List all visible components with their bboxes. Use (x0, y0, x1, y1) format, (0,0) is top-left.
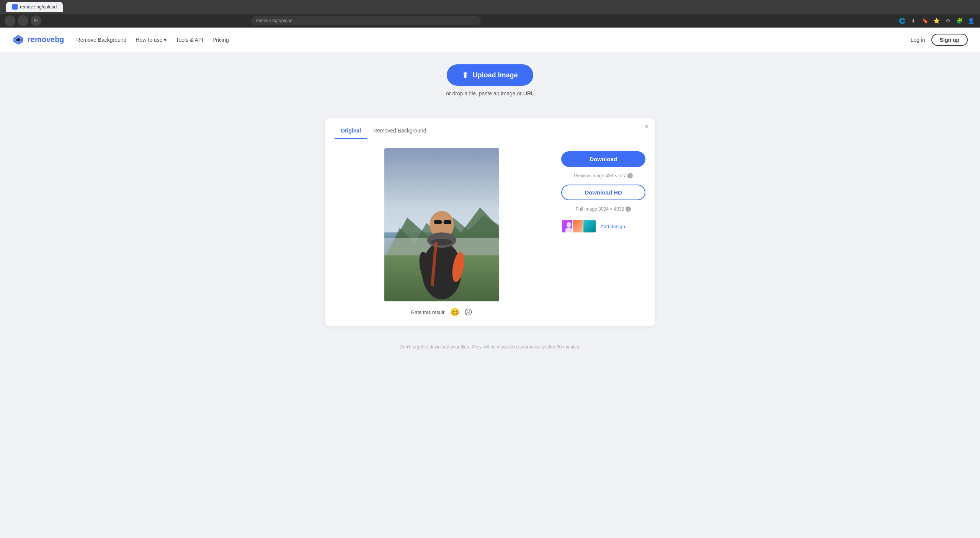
right-panel: Download Preview Image 433 × 577 i Downl… (561, 148, 645, 233)
back-button[interactable]: ← (5, 15, 15, 26)
tab-title: remove.bg/upload (20, 4, 57, 10)
extension-icon-5[interactable]: ⚙ (943, 16, 952, 25)
upload-hint: or drop a file, paste an image or URL (446, 90, 534, 96)
browser-tab-bar: remove.bg/upload (0, 0, 980, 14)
url-text: remove.bg/upload (256, 18, 292, 23)
extension-icon-6[interactable]: 🧩 (955, 16, 964, 25)
chevron-down-icon: ▾ (164, 37, 167, 43)
person-silhouette (409, 175, 474, 301)
upload-button-label: Upload Image (472, 71, 518, 79)
url-link[interactable]: URL (523, 90, 534, 96)
login-button[interactable]: Log in (911, 37, 925, 43)
svg-rect-8 (434, 220, 442, 224)
close-button[interactable]: × (644, 123, 648, 131)
signup-button[interactable]: Sign up (931, 34, 968, 46)
nav-actions: Log in Sign up (911, 34, 968, 46)
card-body: Rate this result: 😊 ☹ Download Preview I… (325, 139, 655, 326)
result-card: × Original Removed Background (325, 118, 655, 326)
happy-rating-button[interactable]: 😊 (450, 307, 460, 317)
logo-icon (12, 34, 24, 46)
download-hd-info-icon[interactable]: i (626, 206, 631, 212)
svg-point-16 (567, 222, 571, 227)
download-hd-button[interactable]: Download HD (561, 185, 645, 200)
rating-label: Rate this result: (411, 309, 446, 315)
svg-point-12 (431, 239, 452, 245)
svg-point-17 (565, 227, 573, 234)
main-navbar: removebg Remove Background How to use ▾ … (0, 28, 980, 52)
browser-address-bar-container: ← → ↻ remove.bg/upload 🌐 ⬇ 🔖 ⭐ ⚙ 🧩 👤 (0, 14, 980, 28)
download-button[interactable]: Download (561, 151, 645, 167)
rating-area: Rate this result: 😊 ☹ (411, 307, 472, 317)
download-info-icon[interactable]: i (627, 173, 633, 178)
upload-icon: ⬆ (462, 70, 469, 80)
result-tabs: Original Removed Background (325, 118, 655, 139)
forward-button[interactable]: → (18, 15, 28, 26)
footer-note: Don't forget to download your files. The… (0, 338, 980, 356)
main-content: × Original Removed Background (0, 106, 980, 338)
tab-favicon (12, 4, 18, 10)
active-tab[interactable]: remove.bg/upload (6, 2, 63, 12)
extension-icon-3[interactable]: 🔖 (920, 16, 929, 25)
design-thumbnails (561, 219, 596, 233)
preview-image (384, 148, 499, 301)
extension-icon-profile[interactable]: 👤 (966, 16, 975, 25)
nav-pricing[interactable]: Pricing (212, 37, 229, 43)
tab-removed-background[interactable]: Removed Background (367, 124, 433, 139)
download-hd-info: Full Image 3024 × 4032 i (561, 206, 645, 212)
upload-section: ⬆ Upload Image or drop a file, paste an … (0, 52, 980, 106)
tab-original[interactable]: Original (335, 124, 367, 139)
nav-links: Remove Background How to use ▾ Tools & A… (77, 37, 911, 43)
design-thumb-3 (583, 219, 596, 233)
add-design-link[interactable]: Add design (600, 224, 625, 229)
svg-rect-9 (444, 220, 451, 224)
add-design-area: Add design (561, 219, 645, 233)
download-preview-info: Preview Image 433 × 577 i (561, 173, 645, 178)
upload-image-button[interactable]: ⬆ Upload Image (447, 64, 533, 86)
image-area: Rate this result: 😊 ☹ (335, 148, 549, 317)
extension-icon-1[interactable]: 🌐 (897, 16, 906, 25)
sad-rating-button[interactable]: ☹ (464, 307, 472, 317)
browser-nav-controls: ← → ↻ (5, 15, 41, 26)
extension-icon-4[interactable]: ⭐ (932, 16, 941, 25)
nav-tools-api[interactable]: Tools & API (176, 37, 203, 43)
extension-icon-2[interactable]: ⬇ (909, 16, 918, 25)
logo[interactable]: removebg (12, 34, 64, 46)
address-bar[interactable]: remove.bg/upload (251, 16, 481, 25)
nav-how-to-use[interactable]: How to use ▾ (136, 37, 167, 43)
logo-text: removebg (28, 35, 64, 44)
nav-remove-background[interactable]: Remove Background (77, 37, 127, 43)
browser-extension-icons: 🌐 ⬇ 🔖 ⭐ ⚙ 🧩 👤 (897, 16, 975, 25)
reload-button[interactable]: ↻ (31, 15, 41, 26)
